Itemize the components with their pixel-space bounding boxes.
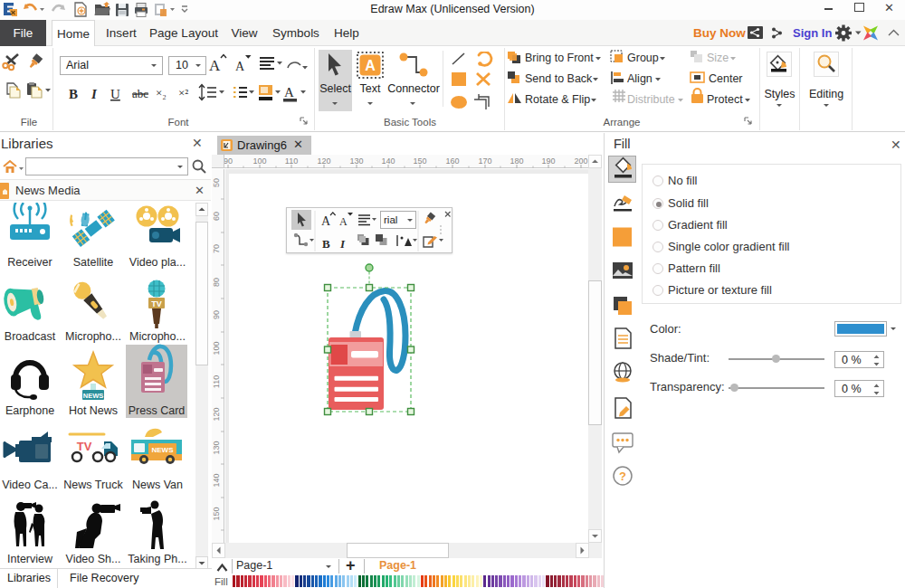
svg-text:120: 120 xyxy=(212,407,221,421)
svg-text:A: A xyxy=(365,58,376,73)
svg-text:110: 110 xyxy=(285,156,298,166)
svg-text:NEWS: NEWS xyxy=(83,392,104,400)
svg-text:I: I xyxy=(339,237,346,251)
svg-text:110: 110 xyxy=(212,375,221,388)
svg-text:90: 90 xyxy=(224,156,233,166)
svg-text:180: 180 xyxy=(510,156,523,166)
svg-text:50: 50 xyxy=(212,178,221,187)
svg-text:Align: Align xyxy=(627,72,653,85)
svg-text:Group: Group xyxy=(627,52,659,64)
svg-text:A: A xyxy=(321,214,331,228)
svg-text:U: U xyxy=(110,87,120,101)
svg-text:NEWS: NEWS xyxy=(152,446,175,454)
svg-text:120: 120 xyxy=(317,156,330,166)
svg-text:100: 100 xyxy=(212,341,221,355)
svg-text:150: 150 xyxy=(212,507,221,520)
svg-text:70: 70 xyxy=(212,244,221,253)
svg-text:Bring to Front: Bring to Front xyxy=(525,52,594,64)
svg-text:80: 80 xyxy=(212,278,221,287)
svg-text:A: A xyxy=(209,57,221,74)
svg-text:190: 190 xyxy=(541,156,555,166)
svg-text:A: A xyxy=(284,85,294,100)
svg-text:Center: Center xyxy=(709,72,743,85)
svg-text:200: 200 xyxy=(574,156,587,166)
svg-text:90: 90 xyxy=(212,310,221,319)
svg-text:60: 60 xyxy=(212,212,221,221)
svg-text:B: B xyxy=(322,237,330,251)
svg-text:Protect: Protect xyxy=(707,93,743,106)
svg-text:100: 100 xyxy=(252,156,266,166)
svg-text:TV: TV xyxy=(151,299,162,308)
svg-text:×₂: ×₂ xyxy=(156,86,167,100)
svg-text:×²: ×² xyxy=(178,86,188,100)
svg-text:Send to Back: Send to Back xyxy=(525,72,593,85)
svg-text:abc: abc xyxy=(132,87,148,100)
svg-text:130: 130 xyxy=(212,441,221,454)
svg-text:130: 130 xyxy=(349,156,363,166)
svg-text:140: 140 xyxy=(212,473,221,487)
svg-text:?: ? xyxy=(619,469,626,483)
svg-text:TV: TV xyxy=(77,440,92,453)
svg-text:160: 160 xyxy=(445,156,459,166)
svg-text:Distribute: Distribute xyxy=(627,93,675,106)
svg-text:150: 150 xyxy=(413,156,426,166)
svg-text:I: I xyxy=(90,87,98,101)
svg-text:140: 140 xyxy=(381,156,395,166)
svg-text:170: 170 xyxy=(478,156,491,166)
svg-text:A: A xyxy=(339,215,348,228)
svg-text:A: A xyxy=(235,60,245,73)
svg-text:B: B xyxy=(69,87,78,101)
svg-text:Size: Size xyxy=(707,52,729,64)
svg-text:Rotate & Flip: Rotate & Flip xyxy=(525,93,590,106)
